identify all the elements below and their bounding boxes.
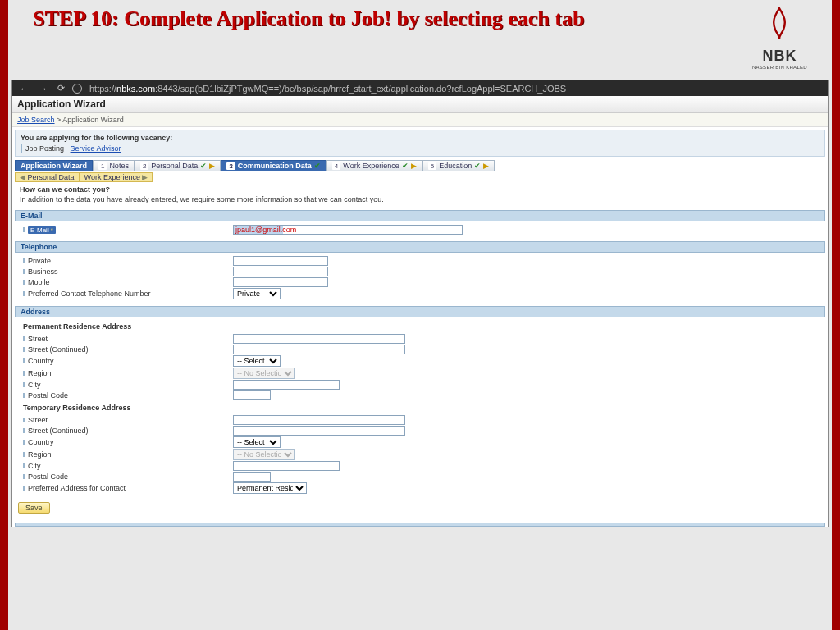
perm-city-field[interactable] bbox=[233, 380, 340, 390]
breadcrumb-current: Application Wizard bbox=[62, 116, 124, 124]
vacancy-label: You are applying for the following vacan… bbox=[21, 134, 819, 142]
browser-window: ← → ⟳ https://nbks.com:8443/sap(bD1lbiZj… bbox=[11, 80, 829, 527]
url-prefix: https:// bbox=[89, 84, 116, 94]
nbk-logo-sub: NASSER BIN KHALED bbox=[752, 65, 807, 70]
url-domain: nbks.com bbox=[116, 84, 155, 94]
label-mobile: Mobile bbox=[20, 278, 233, 286]
label-perm-region: Region bbox=[20, 369, 233, 377]
back-icon[interactable]: ← bbox=[17, 84, 31, 94]
perm-address-head: Permanent Residence Address bbox=[20, 320, 820, 333]
tab-communication-data[interactable]: 3Communication Data✔ bbox=[221, 160, 326, 171]
phone-business-field[interactable] bbox=[233, 267, 328, 276]
perm-country-select[interactable]: -- Select -- bbox=[233, 355, 281, 367]
label-temp-city: City bbox=[20, 462, 233, 470]
subtab-label: Work Experience bbox=[84, 173, 140, 181]
url-text[interactable]: https://nbks.com:8443/sap(bD1lbiZjPTgwMQ… bbox=[89, 84, 566, 94]
perm-region-select: -- No Selection Possible -- bbox=[233, 368, 295, 379]
label-temp-region: Region bbox=[20, 450, 233, 459]
section-address: Address bbox=[15, 306, 825, 317]
tab-label: Communication Data bbox=[238, 162, 312, 170]
label-perm-street: Street bbox=[20, 335, 233, 343]
temp-address-head: Temporary Residence Address bbox=[20, 401, 820, 414]
reload-icon[interactable]: ⟳ bbox=[55, 83, 67, 94]
chevron-left-icon: ◀ bbox=[20, 173, 25, 181]
chevron-right-icon: ▶ bbox=[142, 173, 148, 181]
star-icon: * bbox=[51, 226, 53, 234]
perm-postal-field[interactable] bbox=[233, 390, 271, 400]
tab-num: 5 bbox=[428, 162, 436, 170]
email-field[interactable] bbox=[233, 225, 463, 235]
arrow-icon: ▶ bbox=[483, 162, 489, 170]
arrow-icon: ▶ bbox=[209, 162, 215, 170]
section-telephone: Telephone bbox=[15, 241, 825, 253]
temp-region-select: -- No Selection Possible -- bbox=[233, 449, 295, 460]
footer-bar bbox=[15, 523, 825, 527]
perm-street2-field[interactable] bbox=[233, 345, 405, 354]
check-icon: ✔ bbox=[402, 162, 409, 170]
subtab-prev[interactable]: ◀ Personal Data bbox=[15, 172, 80, 182]
label-perm-country: Country bbox=[20, 357, 233, 365]
label-private: Private bbox=[20, 257, 233, 265]
temp-country-select[interactable]: -- Select -- bbox=[233, 436, 281, 448]
forward-icon[interactable]: → bbox=[36, 84, 50, 94]
tab-personal-data[interactable]: 2Personal Data✔▶ bbox=[135, 160, 221, 171]
label-perm-street2: Street (Continued) bbox=[20, 345, 233, 354]
nbk-logo: NBK NASSER BIN KHALED bbox=[752, 7, 807, 70]
label-temp-street: Street bbox=[20, 416, 233, 424]
tab-label: Notes bbox=[109, 162, 129, 170]
nbk-logo-text: NBK bbox=[752, 48, 807, 65]
label-temp-country: Country bbox=[20, 438, 233, 446]
label-pref-phone: Preferred Contact Telephone Number bbox=[20, 290, 233, 298]
label-perm-postal: Postal Code bbox=[20, 391, 233, 399]
address-bar: ← → ⟳ https://nbks.com:8443/sap(bD1lbiZj… bbox=[12, 80, 828, 96]
vacancy-box: You are applying for the following vacan… bbox=[15, 130, 825, 157]
label-business: Business bbox=[20, 267, 233, 276]
check-icon: ✔ bbox=[200, 162, 207, 170]
tab-num: 1 bbox=[98, 162, 107, 170]
label-pref-addr: Preferred Address for Contact bbox=[20, 484, 233, 492]
pref-phone-select[interactable]: Private bbox=[233, 288, 281, 299]
breadcrumb: Job Search > Application Wizard bbox=[12, 113, 828, 127]
question-sub: In addition to the data you have already… bbox=[20, 195, 820, 203]
badge-text: E-Mail bbox=[30, 226, 49, 234]
url-rest: :8443/sap(bD1lbiZjPTgwMQ==)/bc/bsp/sap/h… bbox=[155, 84, 566, 94]
tab-notes[interactable]: 1Notes bbox=[93, 160, 135, 171]
subtab-next[interactable]: Work Experience ▶ bbox=[80, 172, 153, 182]
tab-label: Application Wizard bbox=[21, 162, 87, 170]
tab-work-experience[interactable]: 4Work Experience✔▶ bbox=[326, 160, 422, 171]
label-temp-postal: Postal Code bbox=[20, 472, 233, 481]
temp-street-field[interactable] bbox=[233, 415, 405, 425]
perm-street-field[interactable] bbox=[233, 334, 405, 344]
globe-icon bbox=[72, 84, 82, 94]
job-posting-link[interactable]: Service Advisor bbox=[71, 144, 121, 153]
temp-street2-field[interactable] bbox=[233, 426, 405, 436]
pref-addr-select[interactable]: Permanent Residence bbox=[233, 482, 307, 494]
tab-num: 3 bbox=[226, 162, 235, 170]
subtabs: ◀ Personal Data Work Experience ▶ bbox=[15, 172, 825, 182]
phone-private-field[interactable] bbox=[233, 256, 328, 266]
phone-mobile-field[interactable] bbox=[233, 277, 328, 287]
temp-city-field[interactable] bbox=[233, 461, 340, 471]
flame-icon bbox=[752, 7, 807, 48]
wizard-title: Application Wizard bbox=[12, 96, 828, 113]
tab-label: Work Experience bbox=[343, 162, 399, 170]
label-perm-city: City bbox=[20, 381, 233, 389]
temp-postal-field[interactable] bbox=[233, 472, 271, 482]
arrow-icon: ▶ bbox=[411, 162, 417, 170]
tab-label: Education bbox=[439, 162, 472, 170]
tab-num: 4 bbox=[332, 162, 340, 170]
subtab-label: Personal Data bbox=[28, 173, 75, 181]
check-icon: ✔ bbox=[474, 162, 481, 170]
tab-application-wizard[interactable]: Application Wizard bbox=[15, 160, 93, 171]
save-button[interactable]: Save bbox=[18, 502, 50, 514]
slide-title: STEP 10: Complete Application to Job! by… bbox=[33, 7, 584, 70]
wizard-tabs: Application Wizard 1Notes 2Personal Data… bbox=[15, 160, 825, 171]
label-temp-street2: Street (Continued) bbox=[20, 427, 233, 435]
tab-label: Personal Data bbox=[151, 162, 198, 170]
check-icon: ✔ bbox=[314, 162, 321, 170]
job-posting-label: Job Posting bbox=[25, 144, 64, 153]
email-required-badge: E-Mail * bbox=[28, 226, 56, 234]
breadcrumb-link-jobsearch[interactable]: Job Search bbox=[17, 116, 55, 124]
tab-education[interactable]: 5Education✔▶ bbox=[422, 160, 495, 171]
tab-num: 2 bbox=[140, 162, 148, 170]
